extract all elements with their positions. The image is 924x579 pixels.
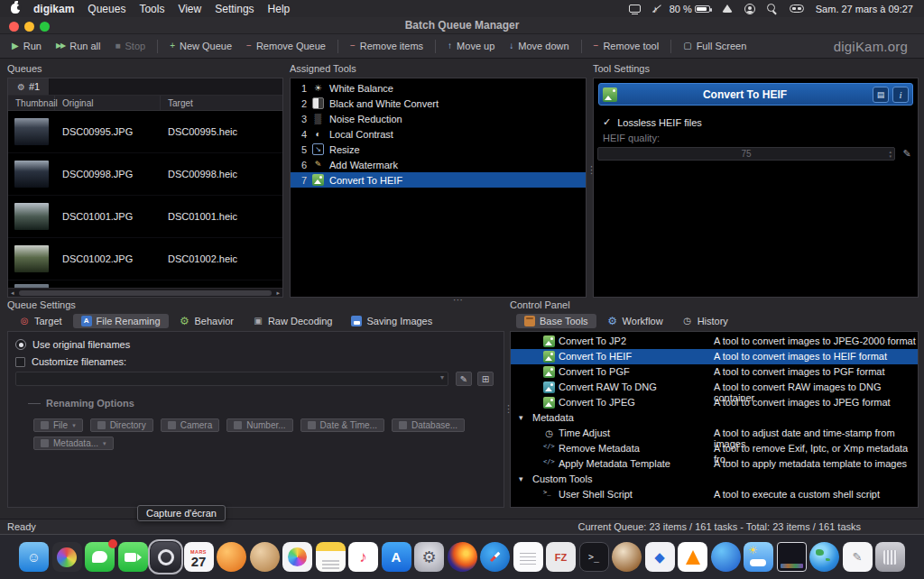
lossless-checkbox[interactable]: ✓ Lossless HEIF files bbox=[603, 116, 702, 128]
assigned-tool-row[interactable]: 4 ◐ Local Contrast bbox=[291, 126, 586, 142]
tab-file-renaming[interactable]: A File Renaming bbox=[73, 314, 169, 328]
tool-row[interactable]: Convert RAW To DNG A tool to convert RAW… bbox=[511, 380, 918, 395]
scrollbar-thumb[interactable] bbox=[19, 290, 273, 296]
queue-row[interactable]: DSC00995.JPG DSC00995.heic bbox=[8, 111, 282, 153]
minimize-button[interactable] bbox=[24, 22, 34, 32]
dock-notes-icon[interactable] bbox=[316, 542, 346, 572]
dock-photos-icon[interactable] bbox=[282, 542, 312, 572]
group-row[interactable]: ▾ Custom Tools bbox=[511, 472, 918, 487]
apple-menu-icon[interactable] bbox=[11, 4, 20, 14]
tab-workflow[interactable]: ⚙ Workflow bbox=[599, 314, 671, 328]
assigned-tool-row[interactable]: 2 Black and White Convert bbox=[291, 96, 586, 111]
dock-tan-app-icon[interactable] bbox=[250, 542, 280, 572]
tab-base-tools[interactable]: Base Tools bbox=[516, 314, 596, 328]
remove-tool-button[interactable]: − Remove tool bbox=[587, 38, 666, 54]
menubar-clock[interactable]: Sam. 27 mars à 09:27 bbox=[816, 4, 913, 14]
dock-screenshot-preview-icon[interactable] bbox=[777, 542, 807, 572]
dock-globe-icon[interactable] bbox=[809, 542, 839, 572]
dock-filezilla-icon[interactable]: FZ bbox=[546, 542, 576, 572]
dock-calendar-icon[interactable]: MARS 27 bbox=[184, 542, 214, 572]
assigned-tool-row-selected[interactable]: 7 Convert To HEIF bbox=[291, 172, 586, 188]
tool-row[interactable]: </> Apply Metadata Template A tool to ap… bbox=[511, 456, 918, 472]
remove-queue-button[interactable]: − Remove Queue bbox=[240, 38, 332, 54]
slider-edit-icon[interactable]: ✎ bbox=[900, 148, 914, 160]
dock-system-settings-icon[interactable]: ⚙ bbox=[414, 542, 444, 572]
tab-history[interactable]: ◷ History bbox=[674, 314, 736, 328]
zoom-button[interactable] bbox=[40, 22, 50, 32]
account-icon[interactable] bbox=[744, 4, 755, 14]
tool-row[interactable]: Convert To JP2 A tool to convert images … bbox=[511, 334, 918, 349]
dock-screen-capture-icon[interactable] bbox=[151, 542, 180, 572]
scroll-right-icon[interactable]: ▸ bbox=[273, 290, 282, 296]
expand-arrow-icon[interactable]: ▾ bbox=[519, 413, 523, 422]
tool-row[interactable]: ◷ Time Adjust A tool to adjust date and … bbox=[511, 426, 918, 441]
dock-app-store-icon[interactable]: A bbox=[382, 542, 411, 572]
renaming-options-header[interactable]: Renaming Options bbox=[28, 398, 134, 409]
tool-row[interactable]: </> Remove Metadata A tool to remove Exi… bbox=[511, 441, 918, 456]
move-up-button[interactable]: ↑ Move up bbox=[441, 38, 501, 54]
run-button[interactable]: ▶ Run bbox=[5, 38, 48, 54]
dock-blue-app-icon[interactable] bbox=[711, 542, 741, 572]
dock-music-icon[interactable]: ♪ bbox=[348, 542, 378, 572]
tool-row[interactable]: Convert To JPEG A tool to convert images… bbox=[511, 395, 918, 410]
control-center-icon[interactable] bbox=[790, 5, 804, 13]
battery-status[interactable]: 80 % bbox=[670, 4, 710, 14]
expand-arrow-icon[interactable]: ▾ bbox=[519, 474, 523, 483]
horizontal-scrollbar[interactable]: ◂ ▸ bbox=[8, 288, 282, 297]
dock-vlc-icon[interactable] bbox=[678, 542, 707, 572]
assigned-tool-row[interactable]: 6 ✎ Add Watermark bbox=[291, 157, 586, 172]
column-thumbnail[interactable]: Thumbnail bbox=[8, 96, 55, 110]
dock-finder-icon[interactable]: ☺ bbox=[19, 542, 49, 572]
queue-tab-1[interactable]: ⚙ #1 bbox=[8, 78, 50, 95]
assigned-tool-row[interactable]: 3 ▒ Noise Reduction bbox=[291, 111, 586, 126]
dock-facetime-icon[interactable] bbox=[118, 542, 148, 572]
dock-launchpad-icon[interactable] bbox=[52, 542, 82, 572]
dock-text-editor-icon[interactable]: ✎ bbox=[843, 542, 873, 572]
app-menu[interactable]: digikam bbox=[33, 3, 74, 15]
tab-raw-decoding[interactable]: ▣ Raw Decoding bbox=[245, 314, 341, 328]
close-button[interactable] bbox=[9, 22, 19, 32]
dock-safari-icon[interactable] bbox=[480, 542, 510, 572]
column-original[interactable]: Original bbox=[55, 96, 161, 110]
queue-row[interactable]: DSC01002.JPG DSC01002.heic bbox=[8, 238, 282, 280]
column-target[interactable]: Target bbox=[161, 96, 282, 110]
move-down-button[interactable]: ↓ Move down bbox=[503, 38, 575, 54]
dock-firefox-icon[interactable] bbox=[448, 542, 477, 572]
wifi-icon[interactable] bbox=[722, 5, 733, 13]
tab-behavior[interactable]: ⚙ Behavior bbox=[171, 314, 242, 328]
tool-row-selected[interactable]: Convert To HEIF A tool to convert images… bbox=[511, 349, 918, 364]
vertical-splitter[interactable]: ⋮ bbox=[587, 165, 596, 175]
info-button[interactable]: i bbox=[892, 87, 909, 103]
full-screen-button[interactable]: ▢ Full Screen bbox=[677, 38, 753, 54]
dock-messages-icon[interactable] bbox=[85, 542, 115, 572]
tab-target[interactable]: ◎ Target bbox=[11, 314, 70, 328]
menu-settings[interactable]: Settings bbox=[215, 3, 254, 15]
horizontal-splitter[interactable]: ⋯ bbox=[453, 295, 463, 305]
assigned-tool-row[interactable]: 5 ↘ Resize bbox=[291, 142, 586, 157]
menu-help[interactable]: Help bbox=[268, 3, 291, 15]
tool-row[interactable]: >_ User Shell Script A tool to execute a… bbox=[511, 487, 918, 502]
edit-pattern-button[interactable]: ✎ bbox=[456, 372, 472, 386]
dock-document-icon[interactable] bbox=[513, 542, 543, 572]
use-original-radio[interactable]: Use original filenames bbox=[15, 339, 130, 350]
queue-row[interactable]: DSC01001.JPG DSC01001.heic bbox=[8, 196, 282, 238]
dock-trash-icon[interactable] bbox=[875, 542, 905, 572]
dock-terminal-icon[interactable]: >_ bbox=[579, 542, 609, 572]
help-button[interactable]: ▤ bbox=[873, 87, 889, 103]
new-queue-button[interactable]: + New Queue bbox=[163, 38, 238, 54]
dock-weather-icon[interactable]: ☀ bbox=[744, 542, 773, 572]
scroll-left-icon[interactable]: ◂ bbox=[8, 290, 17, 296]
assigned-tool-row[interactable]: 1 ☀ White Balance bbox=[291, 80, 586, 96]
insert-token-button[interactable]: ⊞ bbox=[477, 372, 494, 386]
menu-tools[interactable]: Tools bbox=[139, 3, 164, 15]
dock-gimp-icon[interactable] bbox=[612, 542, 642, 572]
customize-checkbox[interactable]: Customize filenames: bbox=[15, 356, 126, 367]
menu-view[interactable]: View bbox=[178, 3, 201, 15]
queue-row[interactable]: DSC00998.JPG DSC00998.heic bbox=[8, 153, 282, 196]
tool-row[interactable]: Convert To PGF A tool to convert images … bbox=[511, 364, 918, 380]
tab-saving-images[interactable]: Saving Images bbox=[343, 314, 440, 328]
search-icon[interactable] bbox=[767, 4, 778, 14]
display-icon[interactable] bbox=[629, 5, 641, 13]
run-all-button[interactable]: ▶▶ Run all bbox=[50, 38, 107, 54]
dock-orange-app-icon[interactable] bbox=[217, 542, 246, 572]
